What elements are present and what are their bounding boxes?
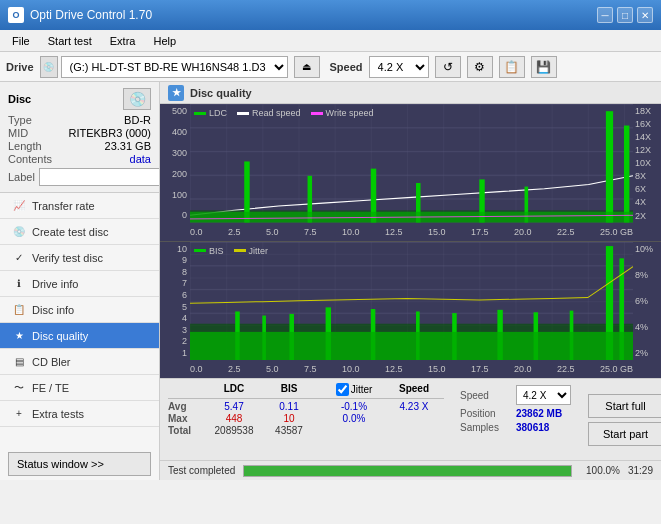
save-button[interactable]: 💾 bbox=[531, 56, 557, 78]
total-ldc: 2089538 bbox=[204, 425, 264, 436]
menu-file[interactable]: File bbox=[4, 33, 38, 49]
nav-transfer-rate-label: Transfer rate bbox=[32, 200, 95, 212]
extra-tests-icon: + bbox=[12, 407, 26, 421]
position-value: 23862 MB bbox=[516, 408, 562, 419]
create-test-disc-icon: 💿 bbox=[12, 225, 26, 239]
nav-transfer-rate[interactable]: 📈 Transfer rate bbox=[0, 193, 159, 219]
legend-read-speed: Read speed bbox=[237, 108, 301, 118]
chart1-wrapper: LDC Read speed Write speed 500 400 30 bbox=[160, 104, 661, 242]
chart1-y-axis-right: 18X 16X 14X 12X 10X 8X 6X 4X 2X bbox=[633, 104, 661, 223]
drive-label: Drive bbox=[6, 61, 34, 73]
samples-value: 380618 bbox=[516, 422, 549, 433]
mid-value: RITEKBR3 (000) bbox=[68, 127, 151, 139]
minimize-button[interactable]: ─ bbox=[597, 7, 613, 23]
info-button[interactable]: 📋 bbox=[499, 56, 525, 78]
nav-verify-test-disc[interactable]: ✓ Verify test disc bbox=[0, 245, 159, 271]
transfer-rate-icon: 📈 bbox=[12, 199, 26, 213]
disc-quality-header: ★ Disc quality bbox=[160, 82, 661, 104]
chart2-legend: BIS Jitter bbox=[194, 246, 268, 256]
chart2-y-axis-right: 10% 8% 6% 4% 2% bbox=[633, 242, 661, 361]
refresh-button[interactable]: ↺ bbox=[435, 56, 461, 78]
col-bis: BIS bbox=[264, 383, 314, 396]
eject-button[interactable]: ⏏ bbox=[294, 56, 320, 78]
total-bis: 43587 bbox=[264, 425, 314, 436]
speed-select[interactable]: 4.2 X bbox=[369, 56, 429, 78]
disc-panel: Disc 💿 Type BD-R MID RITEKBR3 (000) Leng… bbox=[0, 82, 159, 193]
avg-speed: 4.23 X bbox=[384, 401, 444, 412]
drive-bar: Drive 💿 (G:) HL-DT-ST BD-RE WH16NS48 1.D… bbox=[0, 52, 661, 82]
label-label: Label bbox=[8, 171, 35, 183]
legend-jitter: Jitter bbox=[234, 246, 269, 256]
jitter-checkbox[interactable] bbox=[336, 383, 349, 396]
nav-disc-quality[interactable]: ★ Disc quality bbox=[0, 323, 159, 349]
max-bis: 10 bbox=[264, 413, 314, 424]
jitter-checkbox-row[interactable]: Jitter bbox=[324, 383, 384, 396]
start-part-button[interactable]: Start part bbox=[588, 422, 661, 446]
app-icon: O bbox=[8, 7, 24, 23]
nav-disc-info[interactable]: 📋 Disc info bbox=[0, 297, 159, 323]
chart2-y-axis-left: 10 9 8 7 6 5 4 3 2 1 bbox=[160, 242, 190, 361]
disc-quality-icon-header: ★ bbox=[168, 85, 184, 101]
col-speed: Speed bbox=[384, 383, 444, 396]
chart2-x-axis: 0.0 2.5 5.0 7.5 10.0 12.5 15.0 17.5 20.0… bbox=[190, 360, 633, 378]
stats-row-avg: Avg 5.47 0.11 -0.1% 4.23 X bbox=[168, 401, 444, 412]
menu-help[interactable]: Help bbox=[145, 33, 184, 49]
speed-right-select[interactable]: 4.2 X bbox=[516, 385, 571, 405]
bottom-panel: LDC BIS Jitter Speed Avg 5.47 0.11 bbox=[160, 378, 661, 460]
right-stats: Speed 4.2 X Position 23862 MB Samples 38… bbox=[452, 379, 582, 460]
speed-label: Speed bbox=[330, 61, 363, 73]
progress-percent: 100.0% bbox=[580, 465, 620, 476]
settings-button[interactable]: ⚙ bbox=[467, 56, 493, 78]
drive-select[interactable]: (G:) HL-DT-ST BD-RE WH16NS48 1.D3 bbox=[61, 56, 288, 78]
chart2-svg bbox=[190, 242, 633, 361]
legend-write-speed-color bbox=[311, 112, 323, 115]
svg-rect-16 bbox=[624, 126, 629, 223]
progress-time: 31:29 bbox=[628, 465, 653, 476]
contents-label: Contents bbox=[8, 153, 52, 165]
svg-rect-1 bbox=[190, 104, 633, 223]
length-label: Length bbox=[8, 140, 42, 152]
disc-info-icon: 📋 bbox=[12, 303, 26, 317]
position-row: Position 23862 MB bbox=[460, 408, 574, 419]
max-ldc: 448 bbox=[204, 413, 264, 424]
start-full-button[interactable]: Start full bbox=[588, 394, 661, 418]
samples-row: Samples 380618 bbox=[460, 422, 574, 433]
drive-info-icon: ℹ bbox=[12, 277, 26, 291]
title-text: Opti Drive Control 1.70 bbox=[30, 8, 152, 22]
nav-disc-info-label: Disc info bbox=[32, 304, 74, 316]
disc-quality-title: Disc quality bbox=[190, 87, 252, 99]
nav-extra-tests-label: Extra tests bbox=[32, 408, 84, 420]
menu-bar: File Start test Extra Help bbox=[0, 30, 661, 52]
nav-create-test-disc-label: Create test disc bbox=[32, 226, 108, 238]
verify-test-disc-icon: ✓ bbox=[12, 251, 26, 265]
stats-row-max: Max 448 10 0.0% bbox=[168, 413, 444, 424]
nav-extra-tests[interactable]: + Extra tests bbox=[0, 401, 159, 427]
avg-label: Avg bbox=[168, 401, 204, 412]
title-bar: O Opti Drive Control 1.70 ─ □ ✕ bbox=[0, 0, 661, 30]
type-label: Type bbox=[8, 114, 32, 126]
chart1-y-axis-left: 500 400 300 200 100 0 bbox=[160, 104, 190, 223]
samples-label: Samples bbox=[460, 422, 510, 433]
menu-start-test[interactable]: Start test bbox=[40, 33, 100, 49]
fe-te-icon: 〜 bbox=[12, 381, 26, 395]
nav-drive-info[interactable]: ℹ Drive info bbox=[0, 271, 159, 297]
drive-icon: 💿 bbox=[40, 56, 58, 78]
total-speed bbox=[384, 425, 444, 436]
disc-image-btn[interactable]: 💿 bbox=[123, 88, 151, 110]
status-window-button[interactable]: Status window >> bbox=[8, 452, 151, 476]
jitter-label: Jitter bbox=[351, 384, 373, 395]
nav-cd-bler-label: CD Bler bbox=[32, 356, 71, 368]
nav-fe-te-label: FE / TE bbox=[32, 382, 69, 394]
max-speed bbox=[384, 413, 444, 424]
label-input[interactable] bbox=[39, 168, 160, 186]
nav-fe-te[interactable]: 〜 FE / TE bbox=[0, 375, 159, 401]
position-label: Position bbox=[460, 408, 510, 419]
close-button[interactable]: ✕ bbox=[637, 7, 653, 23]
maximize-button[interactable]: □ bbox=[617, 7, 633, 23]
nav-create-test-disc[interactable]: 💿 Create test disc bbox=[0, 219, 159, 245]
chart1-svg bbox=[190, 104, 633, 223]
nav-cd-bler[interactable]: ▤ CD Bler bbox=[0, 349, 159, 375]
legend-write-speed: Write speed bbox=[311, 108, 374, 118]
menu-extra[interactable]: Extra bbox=[102, 33, 144, 49]
stats-row-total: Total 2089538 43587 bbox=[168, 425, 444, 436]
